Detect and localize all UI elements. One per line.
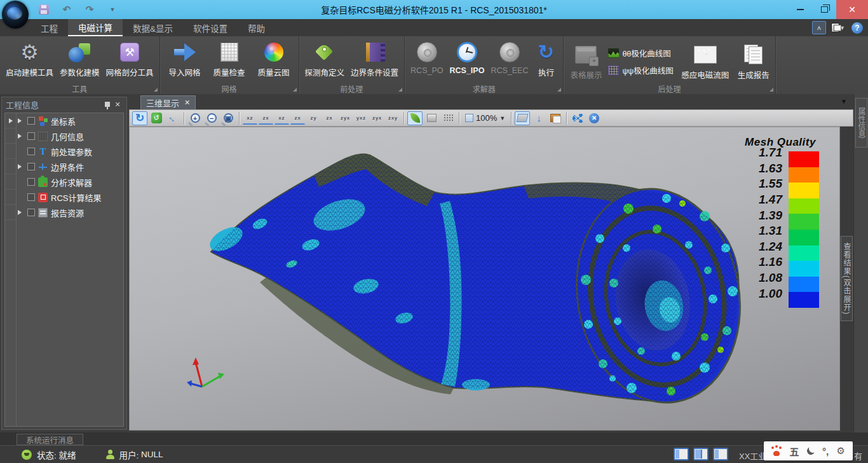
book-icon: [366, 43, 384, 62]
3d-viewport[interactable]: Mesh Quality 1.71 1.63 1.55 1.47 1.39 1.…: [129, 127, 840, 431]
checkbox[interactable]: [27, 209, 35, 216]
triangle-right-icon: [9, 118, 13, 123]
expander-icon[interactable]: [18, 210, 22, 215]
copyright-text-right: 有: [854, 450, 862, 462]
view-top-button[interactable]: zy: [306, 111, 321, 125]
table-display-button[interactable]: 表格展示: [566, 42, 606, 81]
induced-current-map-button[interactable]: 感应电磁流图: [676, 42, 735, 81]
boundary-condition-settings-button[interactable]: 边界条件设置: [348, 39, 402, 79]
pan-button[interactable]: ↔: [165, 111, 180, 125]
start-modeling-tool-button[interactable]: ⚙ 启动建模工具: [3, 39, 57, 79]
restore-button[interactable]: [812, 0, 836, 19]
tree-item-coordinate-system[interactable]: 坐标系: [17, 113, 123, 128]
rotate-view-button[interactable]: ↻: [132, 111, 147, 125]
tab-project[interactable]: 工程: [31, 19, 68, 36]
quality-check-button[interactable]: 质量检查: [207, 39, 252, 79]
display-device-button[interactable]: ▼: [831, 21, 845, 34]
zoom-fit-button[interactable]: ▣: [220, 111, 236, 125]
wireframe-button[interactable]: [440, 111, 456, 125]
generate-report-button[interactable]: 生成报告: [735, 42, 773, 81]
tab-3d-display[interactable]: 三维显示 ✕: [140, 95, 196, 109]
surface-select-button[interactable]: [515, 111, 530, 125]
button-label: 网格剖分工具: [106, 66, 154, 78]
tab-software-settings[interactable]: 软件设置: [183, 19, 238, 36]
tree-item-analysis-solver[interactable]: 分析求解器: [17, 174, 123, 190]
smooth-shading-button[interactable]: [407, 111, 423, 125]
share-link-button[interactable]: [570, 111, 585, 125]
ime-settings-gear-icon[interactable]: ⚙: [836, 445, 844, 457]
panel-close-button[interactable]: ✕: [112, 99, 123, 109]
rcs-ipo-button[interactable]: RCS_IPO: [446, 39, 487, 76]
expander-icon[interactable]: [18, 118, 22, 123]
execute-button[interactable]: ↻ 执行: [531, 39, 560, 79]
view-results-tab[interactable]: 查看结果(双击展开): [841, 236, 853, 321]
ime-logo-paw-icon[interactable]: [771, 446, 782, 456]
view-left-button[interactable]: xz: [275, 111, 289, 125]
rcs-po-button[interactable]: RCS_PO: [407, 39, 446, 76]
help-button[interactable]: ?: [850, 21, 864, 34]
expander-icon[interactable]: [18, 134, 22, 139]
user-label: 用户:: [119, 448, 139, 461]
tree-item-report-resources[interactable]: 报告资源: [17, 205, 123, 220]
tab-list-dropdown[interactable]: ▼: [841, 98, 847, 105]
view-iso3-button[interactable]: zyx: [370, 111, 384, 125]
layers-button[interactable]: [548, 111, 563, 125]
tree-item-label: 分析求解器: [51, 176, 92, 188]
view-back-button[interactable]: zx: [259, 111, 273, 125]
tab-em-computation[interactable]: 电磁计算: [68, 19, 123, 36]
parametric-modeling-button[interactable]: 参数化建模: [57, 39, 103, 79]
mesh-partition-tool-button[interactable]: ⚒ 网格剖分工具: [103, 39, 157, 79]
tree-item-boundary-conditions[interactable]: 边界条件: [17, 159, 123, 174]
status-ready-icon: [22, 450, 32, 460]
minimize-button[interactable]: [788, 0, 812, 19]
layout-bottom-panel-button[interactable]: [713, 448, 728, 460]
rcs-eec-button[interactable]: RCS_EEC: [487, 39, 531, 76]
layout-split-button[interactable]: [693, 448, 709, 460]
collapse-ribbon-button[interactable]: ˄: [812, 21, 826, 34]
tree-item-preprocess-params[interactable]: T 前处理参数: [17, 144, 123, 159]
view-front-button[interactable]: xz: [243, 111, 257, 125]
close-button[interactable]: ✕: [836, 0, 868, 19]
cancel-operation-button[interactable]: ✕: [587, 111, 602, 125]
checkbox[interactable]: [27, 132, 35, 140]
view-iso2-button[interactable]: yxz: [354, 111, 369, 125]
tab-data-display[interactable]: 数据&显示: [123, 19, 183, 36]
system-messages-tab[interactable]: 系统运行消息: [17, 434, 83, 445]
zoom-in-button[interactable]: +: [187, 111, 203, 125]
import-mesh-button[interactable]: 导入网格: [163, 39, 207, 79]
view-bottom-button[interactable]: zx: [322, 111, 337, 125]
tree-item-rcs-results[interactable]: RCS计算结果: [17, 190, 123, 205]
ime-punctuation-button[interactable]: °,: [822, 446, 829, 457]
theta-polarization-curve-button[interactable]: θθ极化曲线图: [606, 45, 675, 62]
view-iso1-button[interactable]: zyx: [338, 111, 353, 125]
moon-icon[interactable]: [806, 446, 815, 455]
tab-help[interactable]: 帮助: [238, 19, 275, 36]
view-iso4-button[interactable]: zxy: [386, 111, 400, 125]
psi-polarization-curve-button[interactable]: ψψ极化曲线图: [606, 62, 675, 79]
project-down-button[interactable]: ↓: [531, 111, 546, 125]
tree-item-geometry-info[interactable]: 几何信息: [17, 128, 123, 144]
tab-close-icon[interactable]: ✕: [184, 99, 190, 107]
layout-left-panel-button[interactable]: [674, 448, 689, 460]
zoom-out-button[interactable]: −: [204, 111, 219, 125]
pin-button[interactable]: [102, 99, 112, 109]
legend-color-swatch: [789, 277, 819, 293]
view-right-button[interactable]: zx: [290, 111, 305, 125]
checkbox[interactable]: [27, 193, 35, 201]
expander-icon[interactable]: [18, 164, 22, 169]
viewport-toolbar: ↻ ↺ ↔ + − ▣ xz zx xz zx zy zx zyx yxz zy…: [129, 109, 853, 127]
ribbon-group-mesh: 导入网格 质量检查 质量云图 网格: [160, 36, 299, 94]
probe-angle-define-button[interactable]: 探测角定义: [302, 39, 348, 79]
checkbox[interactable]: [27, 163, 35, 170]
zoom-level-select[interactable]: 100% ▼: [463, 113, 508, 123]
gutter-expander[interactable]: [5, 113, 16, 128]
flat-shading-button[interactable]: [424, 111, 439, 125]
checkbox[interactable]: [27, 148, 35, 155]
app-logo-icon[interactable]: [2, 1, 29, 29]
checkbox[interactable]: [27, 178, 35, 186]
properties-info-tab[interactable]: 属性信息: [855, 98, 867, 148]
quality-cloudmap-button[interactable]: 质量云图: [252, 39, 296, 79]
checkbox[interactable]: [27, 117, 35, 125]
orbit-button[interactable]: ↺: [149, 111, 164, 125]
ime-mode-button[interactable]: 五: [789, 445, 799, 458]
